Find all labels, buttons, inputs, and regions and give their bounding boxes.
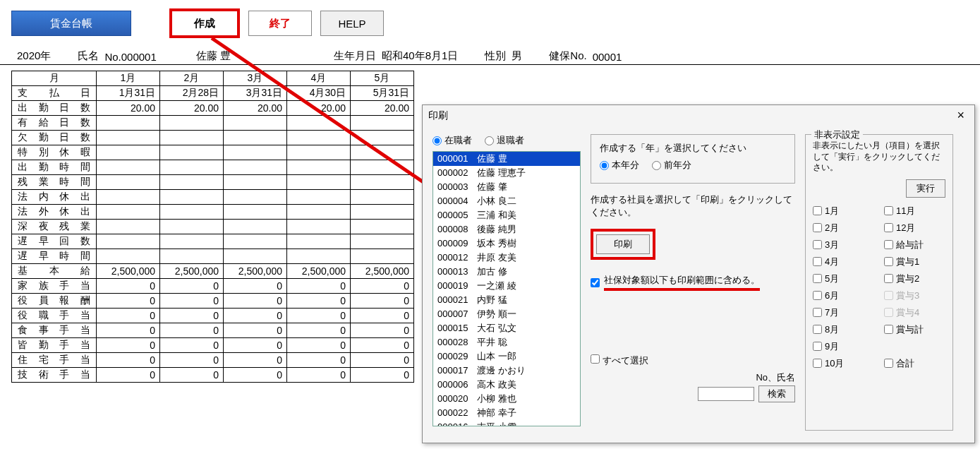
month-check[interactable]: 8月: [813, 323, 874, 336]
employee-item[interactable]: 000007 伊勢 順一: [433, 307, 580, 321]
employee-list[interactable]: 000001 佐藤 豊000002 佐藤 理恵子000003 佐藤 肇00000…: [432, 151, 581, 426]
radio-active[interactable]: 在職者: [432, 134, 472, 147]
month-check[interactable]: 2月: [813, 222, 874, 234]
employee-item[interactable]: 000019 一之瀬 綾: [433, 279, 580, 293]
month-check[interactable]: 合計: [884, 357, 945, 370]
employee-item[interactable]: 000005 三浦 和美: [433, 208, 580, 222]
sex-value: 男: [512, 49, 522, 63]
cell: 0: [160, 368, 224, 383]
employee-item[interactable]: 000001 佐藤 豊: [433, 152, 580, 166]
cell: [351, 131, 414, 145]
print-instruction: 作成する社員を選択して「印刷」をクリックしてください。: [591, 193, 795, 219]
table-row: 深夜残業: [12, 220, 414, 234]
row-label: 有給日数: [12, 116, 97, 131]
cell: 0: [351, 279, 414, 294]
table-row: 支払日1月31日2月28日3月31日4月30日5月31日: [12, 86, 414, 101]
employee-item[interactable]: 000003 佐藤 肇: [433, 180, 580, 194]
month-check[interactable]: 12月: [884, 222, 945, 234]
cell: [97, 190, 160, 205]
employee-item[interactable]: 000021 内野 猛: [433, 293, 580, 307]
employee-item[interactable]: 000015 大石 弘文: [433, 321, 580, 335]
cell: 0: [351, 309, 414, 323]
month-check[interactable]: 賞与計: [884, 323, 945, 336]
cell: 2月28日: [160, 86, 224, 101]
search-input[interactable]: [698, 387, 754, 401]
cell: [351, 249, 414, 264]
employee-item[interactable]: 000022 神部 幸子: [433, 406, 580, 420]
employee-item[interactable]: 000020 小柳 雅也: [433, 392, 580, 406]
col-m1: 1月: [97, 71, 160, 86]
cell: [287, 131, 351, 145]
radio-retired[interactable]: 退職者: [485, 134, 524, 147]
row-label: 遅早時間: [12, 249, 97, 264]
month-check[interactable]: 10月: [813, 357, 874, 370]
month-check[interactable]: 3月: [813, 239, 874, 251]
execute-button[interactable]: 実行: [906, 179, 945, 198]
employee-item[interactable]: 000017 渡邊 かおり: [433, 364, 580, 378]
print-dialog: 印刷 × 在職者 退職者 000001 佐藤 豊000002 佐藤 理恵子000…: [422, 104, 975, 443]
dialog-title: 印刷: [428, 109, 448, 122]
create-button[interactable]: 作成: [169, 8, 240, 38]
month-check[interactable]: 11月: [884, 205, 945, 217]
cell: [224, 220, 287, 234]
cell: [160, 220, 224, 234]
employee-item[interactable]: 000029 山本 一郎: [433, 349, 580, 364]
help-button[interactable]: HELP: [320, 11, 384, 36]
employee-item[interactable]: 000002 佐藤 理恵子: [433, 166, 580, 180]
employee-item[interactable]: 000012 井原 友美: [433, 251, 580, 265]
month-check[interactable]: 5月: [813, 273, 874, 285]
cell: [224, 190, 287, 205]
month-check[interactable]: 7月: [813, 306, 874, 319]
month-check[interactable]: 賞与3: [884, 289, 945, 302]
month-check[interactable]: 6月: [813, 289, 874, 302]
row-label: 役員報酬: [12, 294, 97, 309]
hide-settings-title: 非表示設定: [811, 128, 863, 141]
cell: 5月31日: [351, 86, 414, 101]
cell: 3月31日: [224, 86, 287, 101]
cell: 0: [287, 279, 351, 294]
print-button[interactable]: 印刷: [596, 234, 650, 254]
table-row: 技術手当00000: [12, 368, 414, 383]
month-check[interactable]: 賞与2: [884, 273, 945, 285]
month-check[interactable]: 1月: [813, 205, 874, 217]
close-icon[interactable]: ×: [952, 108, 969, 123]
cell: [287, 145, 351, 160]
search-button[interactable]: 検索: [758, 385, 795, 402]
month-check[interactable]: 9月: [813, 340, 874, 353]
cell: 0: [97, 353, 160, 368]
select-all-checkbox[interactable]: すべて選択: [591, 354, 648, 367]
employee-item[interactable]: 000008 後藤 純男: [433, 222, 580, 237]
cell: 0: [351, 368, 414, 383]
cell: 2,500,000: [287, 264, 351, 279]
cell: 0: [224, 338, 287, 353]
cell: 0: [160, 294, 224, 309]
employee-item[interactable]: 000028 平井 聡: [433, 335, 580, 349]
radio-year-current[interactable]: 本年分: [600, 159, 639, 172]
employee-item[interactable]: 000006 高木 政美: [433, 378, 580, 392]
employee-item[interactable]: 000004 小林 良二: [433, 194, 580, 208]
employee-item[interactable]: 000016 志平 小雪: [433, 420, 580, 426]
month-check[interactable]: 4月: [813, 256, 874, 268]
employee-item[interactable]: 000013 加古 修: [433, 265, 580, 279]
cell: 0: [224, 323, 287, 338]
radio-year-prev[interactable]: 前年分: [652, 159, 691, 172]
month-check[interactable]: 賞与4: [884, 306, 945, 319]
exit-button[interactable]: 終了: [248, 11, 312, 36]
cell: [224, 205, 287, 220]
kenpo-value: 00001: [593, 51, 622, 63]
employee-item[interactable]: 000009 坂本 秀樹: [433, 237, 580, 251]
cell: 0: [160, 323, 224, 338]
row-label: 基本給: [12, 264, 97, 279]
cell: 0: [224, 294, 287, 309]
include-below-shaho-checkbox[interactable]: [591, 278, 600, 287]
cell: [97, 249, 160, 264]
month-check[interactable]: 給与計: [884, 239, 945, 251]
month-check[interactable]: 賞与1: [884, 256, 945, 268]
toolbar: 賃金台帳 作成 終了 HELP: [0, 0, 980, 47]
table-row: 遅早回数: [12, 234, 414, 249]
ledger-button[interactable]: 賃金台帳: [11, 11, 131, 36]
cell: 2,500,000: [224, 264, 287, 279]
cell: 0: [97, 323, 160, 338]
cell: [351, 175, 414, 190]
cell: 0: [224, 279, 287, 294]
